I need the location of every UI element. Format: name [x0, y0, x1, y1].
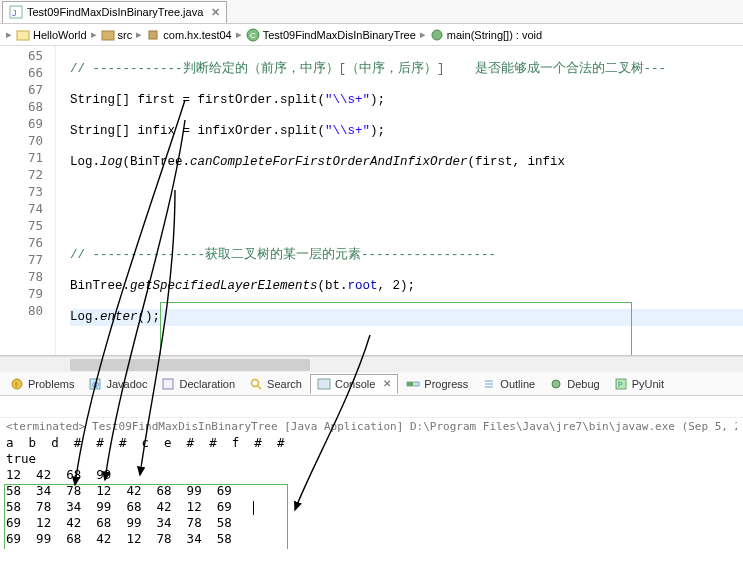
breadcrumb: ▸ HelloWorld ▸ src ▸ com.hx.test04 ▸ C T…: [0, 24, 743, 46]
svg-line-14: [258, 386, 261, 389]
breadcrumb-method[interactable]: main(String[]) : void: [430, 28, 542, 42]
chevron-right-icon: ▸: [136, 28, 142, 41]
breadcrumb-src[interactable]: src: [101, 28, 133, 42]
svg-text:@: @: [92, 381, 99, 388]
search-icon: [249, 377, 263, 391]
close-icon[interactable]: ✕: [379, 378, 391, 389]
console-line: 69 12 42 68 99 34 78 58: [6, 515, 737, 531]
console-line: a b d # # # c e # # f # #: [6, 435, 737, 451]
progress-icon: [406, 377, 420, 391]
svg-point-7: [432, 30, 442, 40]
console-status: <terminated> Test09FindMaxDisInBinaryTre…: [6, 420, 737, 433]
pyunit-icon: P: [614, 377, 628, 391]
problems-icon: !: [10, 377, 24, 391]
code-content[interactable]: // ------------判断给定的（前序，中序）[（中序，后序）] 是否能…: [56, 46, 743, 355]
chevron-right-icon: ▸: [91, 28, 97, 41]
editor-tab-label: Test09FindMaxDisInBinaryTree.java: [27, 6, 203, 18]
svg-rect-4: [149, 31, 157, 39]
svg-text:C: C: [250, 31, 256, 40]
line-gutter: 65666768697071727374757677787980: [0, 46, 56, 355]
svg-text:!: !: [15, 380, 17, 389]
method-icon: [430, 28, 444, 42]
svg-text:P: P: [618, 381, 623, 388]
chevron-right-icon: ▸: [6, 28, 12, 41]
scrollbar-thumb[interactable]: [70, 359, 310, 371]
svg-text:J: J: [12, 8, 17, 18]
console-line: 69 99 68 42 12 78 34 58: [6, 531, 737, 547]
console-line: true: [6, 451, 737, 467]
editor-tab-bar: J Test09FindMaxDisInBinaryTree.java ✕: [0, 0, 743, 24]
code-editor[interactable]: 65666768697071727374757677787980 // ----…: [0, 46, 743, 356]
declaration-icon: [161, 377, 175, 391]
console-view[interactable]: <terminated> Test09FindMaxDisInBinaryTre…: [0, 418, 743, 549]
svg-rect-15: [318, 379, 330, 389]
svg-rect-2: [17, 31, 29, 40]
class-icon: C: [246, 28, 260, 42]
breadcrumb-class[interactable]: C Test09FindMaxDisInBinaryTree: [246, 28, 416, 42]
svg-point-13: [252, 379, 259, 386]
tab-progress[interactable]: Progress: [400, 375, 474, 393]
chevron-right-icon: ▸: [236, 28, 242, 41]
breadcrumb-project[interactable]: HelloWorld: [16, 28, 87, 42]
svg-point-21: [552, 380, 560, 388]
tab-problems[interactable]: ! Problems: [4, 375, 80, 393]
console-icon: [317, 377, 331, 391]
tab-outline[interactable]: Outline: [476, 375, 541, 393]
chevron-right-icon: ▸: [420, 28, 426, 41]
debug-icon: [549, 377, 563, 391]
project-icon: [16, 28, 30, 42]
horizontal-scrollbar[interactable]: [0, 356, 743, 372]
breadcrumb-package[interactable]: com.hx.test04: [146, 28, 231, 42]
tab-declaration[interactable]: Declaration: [155, 375, 241, 393]
tab-pyunit[interactable]: P PyUnit: [608, 375, 670, 393]
java-file-icon: J: [9, 5, 23, 19]
javadoc-icon: @: [88, 377, 102, 391]
text-cursor: [253, 501, 254, 515]
svg-rect-12: [163, 379, 173, 389]
console-line: 58 78 34 99 68 42 12 69: [6, 499, 737, 515]
source-folder-icon: [101, 28, 115, 42]
tab-console[interactable]: Console ✕: [310, 374, 398, 394]
bottom-tab-bar: ! Problems @ Javadoc Declaration Search …: [0, 372, 743, 396]
console-line: 12 42 68 99: [6, 467, 737, 483]
svg-rect-17: [407, 382, 413, 386]
tab-debug[interactable]: Debug: [543, 375, 605, 393]
console-line: 58 34 78 12 42 68 99 69: [6, 483, 737, 499]
console-toolbar: [0, 396, 743, 418]
editor-tab[interactable]: J Test09FindMaxDisInBinaryTree.java ✕: [2, 1, 227, 23]
close-icon[interactable]: ✕: [207, 6, 220, 19]
tab-search[interactable]: Search: [243, 375, 308, 393]
package-icon: [146, 28, 160, 42]
outline-icon: [482, 377, 496, 391]
tab-javadoc[interactable]: @ Javadoc: [82, 375, 153, 393]
svg-rect-3: [102, 31, 114, 40]
